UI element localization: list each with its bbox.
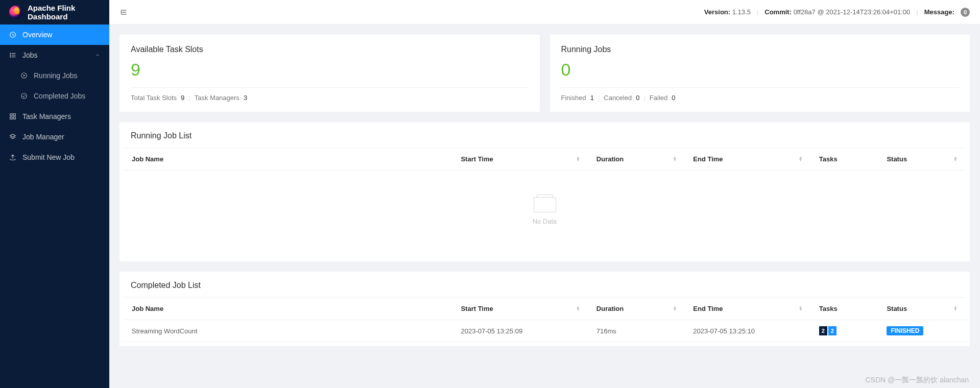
cell-end-time: 2023-07-05 13:25:10 xyxy=(685,320,810,342)
col-status[interactable]: Status▲▼ xyxy=(878,298,966,320)
stat-canceled-label: Canceled xyxy=(604,94,632,102)
sidebar-item-overview[interactable]: Overview xyxy=(0,25,109,45)
stat-card-jobs: Running Jobs 0 Finished 1 | Canceled 0 |… xyxy=(550,35,970,112)
sidebar-item-completed-jobs[interactable]: Completed Jobs xyxy=(0,86,109,106)
cell-tasks: 2 2 xyxy=(811,320,879,342)
stat-tm-label: Task Managers xyxy=(195,94,240,102)
svg-point-4 xyxy=(10,53,11,54)
stat-tm-value: 3 xyxy=(244,94,247,102)
flink-logo-icon xyxy=(9,6,22,19)
stat-card-slots: Available Task Slots 9 Total Task Slots … xyxy=(119,35,540,112)
sort-icon: ▲▼ xyxy=(953,156,958,161)
cell-job-name: Streaming WordCount xyxy=(124,320,452,342)
sidebar: Apache Flink Dashboard Overview Jobs xyxy=(0,0,109,388)
message-badge[interactable]: 0 xyxy=(961,8,970,17)
no-data-text: No Data xyxy=(132,217,958,225)
col-end-time[interactable]: End Time▲▼ xyxy=(685,148,810,171)
divider: | xyxy=(757,8,758,16)
sidebar-item-task-managers[interactable]: Task Managers xyxy=(0,106,109,127)
sort-icon: ▲▼ xyxy=(799,156,803,161)
sidebar-label-task-managers: Task Managers xyxy=(22,112,71,120)
stat-total-slots-value: 9 xyxy=(181,94,184,102)
sidebar-label-overview: Overview xyxy=(22,31,52,39)
sort-icon: ▲▼ xyxy=(673,156,677,161)
stat-slots-title: Available Task Slots xyxy=(131,45,529,54)
sidebar-collapse-icon[interactable] xyxy=(119,8,128,16)
sort-icon: ▲▼ xyxy=(799,306,803,311)
cell-start-time: 2023-07-05 13:25:09 xyxy=(452,320,588,342)
col-start-time[interactable]: Start Time▲▼ xyxy=(452,298,588,320)
version-value: 1.13.5 xyxy=(732,8,751,16)
stat-jobs-value: 0 xyxy=(561,60,959,79)
stat-failed-value: 0 xyxy=(672,94,675,102)
col-job-name[interactable]: Job Name xyxy=(124,148,452,171)
commit-value: 0ff28a7 @ 2021-12-14T23:26:04+01:00 xyxy=(794,8,911,16)
svg-rect-10 xyxy=(10,114,12,116)
upload-icon xyxy=(9,154,16,161)
svg-rect-12 xyxy=(10,117,12,119)
sidebar-label-submit: Submit New Job xyxy=(22,153,75,161)
col-start-time[interactable]: Start Time▲▼ xyxy=(452,148,588,171)
cell-status: FINISHED xyxy=(878,320,966,342)
stat-canceled-value: 0 xyxy=(636,94,639,102)
completed-job-list-card: Completed Job List Job Name Start Time▲▼… xyxy=(119,272,970,346)
commit-label: Commit: xyxy=(764,8,792,16)
svg-rect-13 xyxy=(13,117,15,119)
stat-total-slots-label: Total Task Slots xyxy=(131,94,177,102)
table-row[interactable]: Streaming WordCount 2023-07-05 13:25:09 … xyxy=(124,320,966,342)
col-end-time[interactable]: End Time▲▼ xyxy=(685,298,810,320)
play-circle-icon xyxy=(20,72,28,79)
check-circle-icon xyxy=(20,92,28,100)
sidebar-label-running-jobs: Running Jobs xyxy=(34,71,78,80)
empty-state: No Data xyxy=(132,177,958,251)
svg-rect-11 xyxy=(13,114,15,116)
col-status[interactable]: Status▲▼ xyxy=(878,148,966,171)
svg-marker-14 xyxy=(10,134,16,137)
inbox-icon xyxy=(534,197,556,212)
sidebar-item-job-manager[interactable]: Job Manager xyxy=(0,127,109,147)
cell-duration: 716ms xyxy=(588,320,685,342)
svg-point-5 xyxy=(10,55,11,55)
sidebar-label-job-manager: Job Manager xyxy=(22,133,64,141)
version-label: Version: xyxy=(704,8,730,16)
sort-icon: ▲▼ xyxy=(953,306,958,311)
completed-list-title: Completed Job List xyxy=(119,272,970,297)
sidebar-item-submit-new-job[interactable]: Submit New Job xyxy=(0,147,109,167)
col-tasks[interactable]: Tasks xyxy=(811,148,879,171)
running-job-table: Job Name Start Time▲▼ Duration▲▼ End Tim… xyxy=(124,148,966,257)
topbar: Version: 1.13.5 | Commit: 0ff28a7 @ 2021… xyxy=(109,0,980,25)
running-list-title: Running Job List xyxy=(119,122,970,148)
stat-finished-value: 1 xyxy=(590,94,594,102)
brand-title: Apache Flink Dashboard xyxy=(28,4,100,21)
sidebar-item-jobs[interactable]: Jobs xyxy=(0,45,109,65)
sort-icon: ▲▼ xyxy=(576,156,580,161)
col-tasks[interactable]: Tasks xyxy=(811,298,879,320)
list-icon xyxy=(9,52,16,59)
status-badge: FINISHED xyxy=(887,326,923,335)
completed-job-table: Job Name Start Time▲▼ Duration▲▼ End Tim… xyxy=(124,297,966,342)
sidebar-label-jobs: Jobs xyxy=(22,51,38,59)
task-badge-dark: 2 xyxy=(819,326,827,335)
message-label: Message: xyxy=(924,8,954,16)
col-job-name[interactable]: Job Name xyxy=(124,298,452,320)
sort-icon: ▲▼ xyxy=(576,306,580,311)
stat-jobs-title: Running Jobs xyxy=(561,45,959,54)
col-duration[interactable]: Duration▲▼ xyxy=(588,148,685,171)
brand-row: Apache Flink Dashboard xyxy=(0,0,109,25)
stat-finished-label: Finished xyxy=(561,94,586,102)
grid-icon xyxy=(9,113,16,120)
stat-slots-value: 9 xyxy=(131,60,529,79)
col-duration[interactable]: Duration▲▼ xyxy=(588,298,685,320)
dashboard-icon xyxy=(9,31,16,38)
chevron-up-icon xyxy=(95,53,100,58)
task-badge-blue: 2 xyxy=(828,326,836,335)
stat-failed-label: Failed xyxy=(650,94,667,102)
svg-point-9 xyxy=(21,93,27,99)
sidebar-item-running-jobs[interactable]: Running Jobs xyxy=(0,65,109,86)
svg-point-6 xyxy=(10,57,11,57)
divider: | xyxy=(916,8,918,16)
svg-marker-8 xyxy=(23,75,26,77)
running-job-list-card: Running Job List Job Name Start Time▲▼ D… xyxy=(119,122,970,261)
layers-icon xyxy=(9,133,16,140)
sort-icon: ▲▼ xyxy=(673,306,677,311)
